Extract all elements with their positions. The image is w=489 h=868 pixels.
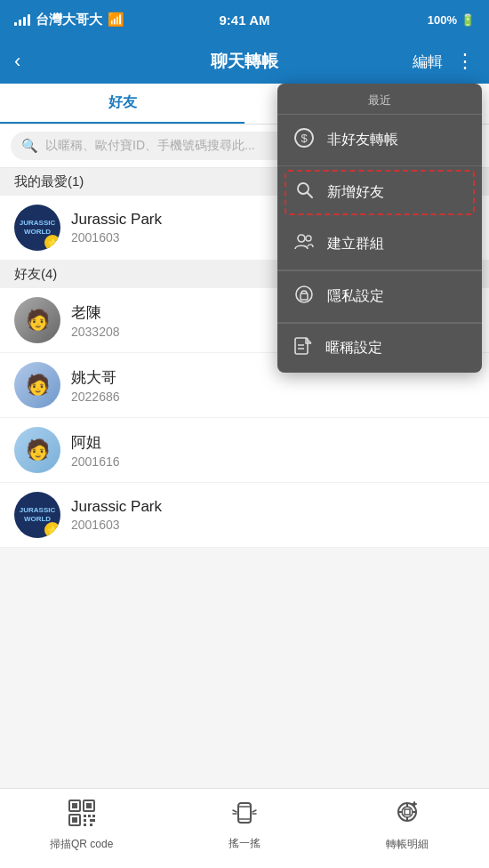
dropdown-label-create-group: 建立群組 <box>327 235 384 253</box>
group-icon <box>293 231 315 257</box>
battery-label: 100% <box>428 13 457 27</box>
dropdown-item-add-friend[interactable]: 新增好友 <box>285 170 475 215</box>
nav-right-actions: 編輯 ⋮ <box>413 50 475 73</box>
dropdown-item-create-group[interactable]: 建立群組 <box>277 219 482 270</box>
dropdown-item-non-friend-transfer[interactable]: $ 非好友轉帳 <box>277 115 482 166</box>
dropdown-label-nickname: 暱稱設定 <box>325 339 382 358</box>
dropdown-label-privacy: 隱私設定 <box>327 287 384 306</box>
svg-line-25 <box>308 193 313 198</box>
status-right: 100% 🔋 <box>428 13 475 27</box>
dropdown-menu: 最近 $ 非好友轉帳 新增好友 <box>277 84 482 373</box>
more-button[interactable]: ⋮ <box>455 50 475 73</box>
time-label: 9:41 AM <box>220 12 270 28</box>
edit-icon <box>293 336 313 360</box>
wifi-icon: 📶 <box>108 12 124 28</box>
edit-button[interactable]: 編輯 <box>413 52 443 72</box>
dropdown-item-add-friend-wrapper: 新增好友 <box>277 166 482 219</box>
battery-icon: 🔋 <box>461 13 475 27</box>
search-friend-icon <box>295 181 315 205</box>
dropdown-section-header: 最近 <box>277 84 482 115</box>
dropdown-item-privacy[interactable]: 隱私設定 <box>277 271 482 323</box>
dropdown-item-nickname[interactable]: 暱稱設定 <box>277 324 482 373</box>
dropdown-label-non-friend: 非好友轉帳 <box>327 131 398 149</box>
dropdown-label-add-friend: 新增好友 <box>327 183 384 202</box>
status-left: 台灣大哥大 📶 <box>14 12 124 28</box>
nav-bar: ‹ 聊天轉帳 編輯 ⋮ <box>0 39 489 84</box>
svg-point-27 <box>306 236 311 241</box>
back-button[interactable]: ‹ <box>14 50 20 73</box>
svg-rect-29 <box>301 293 308 300</box>
status-bar: 台灣大哥大 📶 9:41 AM 100% 🔋 <box>0 0 489 39</box>
carrier-label: 台灣大哥大 <box>36 12 102 28</box>
svg-point-26 <box>298 235 305 242</box>
dropdown-overlay[interactable]: 最近 $ 非好友轉帳 新增好友 <box>0 84 489 868</box>
privacy-icon <box>293 284 315 309</box>
nav-title: 聊天轉帳 <box>211 50 278 73</box>
signal-icon <box>14 14 30 26</box>
svg-text:$: $ <box>301 132 308 145</box>
dollar-circle-icon: $ <box>293 127 315 153</box>
